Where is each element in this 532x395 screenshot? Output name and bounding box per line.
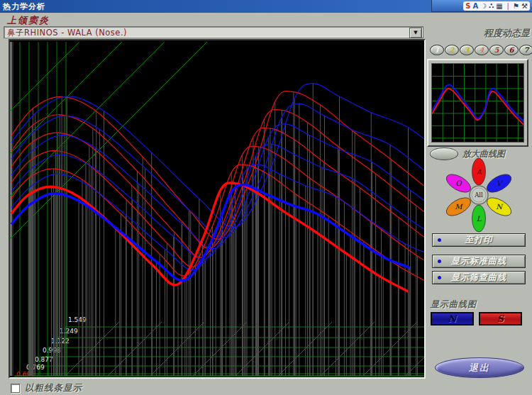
- level-button-row: 1234567: [430, 45, 532, 55]
- level-button-6[interactable]: 6: [504, 45, 519, 55]
- level-button-1[interactable]: 1: [430, 45, 444, 55]
- app-window: 热力学分析 SA☽∴▦❘⚑⚒ 上颌窦炎 鼻子RHINOS - WALA (Nos…: [0, 0, 532, 395]
- show-standard-curve-button[interactable]: 显示标准曲线: [432, 255, 526, 268]
- level-button-4[interactable]: 4: [475, 45, 489, 55]
- preview-chart[interactable]: [427, 59, 528, 147]
- ime-input-method-icon[interactable]: S: [465, 2, 470, 10]
- toggle-s-button[interactable]: S: [479, 312, 522, 326]
- flower-petal-label-M: M: [455, 203, 463, 211]
- curve-toggle-label: 显示曲线图: [431, 299, 477, 311]
- region-select-value: 鼻子RHINOS - WALA (Nose.): [7, 28, 127, 38]
- region-flower-selector[interactable]: AVNLMOAll: [428, 157, 529, 233]
- level-button-2[interactable]: 2: [445, 45, 459, 55]
- flower-petal-label-O: O: [455, 179, 462, 187]
- window-title: 热力学分析: [0, 1, 45, 12]
- show-screening-curve-button[interactable]: 显示筛查曲线: [432, 271, 526, 284]
- ime-toolbar[interactable]: SA☽∴▦❘⚑⚒: [431, 0, 532, 12]
- main-chart: 1.5491.2491.1220.9980.8770.7690.691: [9, 39, 426, 379]
- region-select[interactable]: 鼻子RHINOS - WALA (Nose.) ▼: [4, 26, 423, 38]
- ime-skin-icon[interactable]: ⚑: [513, 2, 519, 10]
- thick-line-checkbox-label: 以粗线条显示: [25, 382, 82, 394]
- bullet-icon: [438, 238, 441, 242]
- panel-watermark: 程度动态显: [484, 27, 530, 40]
- thick-line-checkbox-row: 以粗线条显示: [11, 382, 82, 394]
- level-button-5[interactable]: 5: [489, 45, 504, 55]
- ime-softkeyboard-icon[interactable]: ▦: [496, 2, 502, 10]
- thick-red-curve: [11, 183, 409, 291]
- preview-chart-area: [431, 63, 524, 143]
- flower-petal-label-L: L: [477, 215, 482, 223]
- level-button-7[interactable]: 7: [519, 45, 532, 55]
- y-axis-label: 0.998: [43, 347, 61, 354]
- diagnosis-label: 上颌窦炎: [7, 14, 50, 27]
- ime-punctuation-icon[interactable]: ∴: [489, 2, 494, 10]
- level-button-3[interactable]: 3: [460, 45, 474, 55]
- exit-button[interactable]: 退出: [435, 357, 524, 378]
- ime-icon-strip: SA☽∴▦❘⚑⚒: [463, 1, 530, 11]
- bullet-icon: [438, 260, 441, 263]
- chevron-down-icon[interactable]: ▼: [409, 28, 422, 38]
- toggle-n-button[interactable]: N: [431, 312, 474, 326]
- ime-halfwidth-icon[interactable]: ☽: [480, 2, 487, 10]
- y-axis-label: 0.877: [35, 356, 53, 363]
- ime-language-icon[interactable]: A: [473, 2, 479, 10]
- y-axis-label: 1.249: [60, 328, 78, 335]
- bullet-icon: [438, 276, 441, 279]
- ime-bar-icon[interactable]: ❘: [505, 2, 511, 10]
- main-chart-canvas: 1.5491.2491.1220.9980.8770.7690.691: [10, 40, 424, 377]
- print-button[interactable]: 至打印: [432, 233, 526, 247]
- flower-petal-label-A: A: [475, 168, 482, 176]
- ime-tools-icon[interactable]: ⚒: [521, 2, 528, 10]
- thick-line-checkbox[interactable]: [11, 384, 20, 393]
- flower-center-label: All: [474, 191, 483, 199]
- y-axis-label: 1.549: [68, 316, 87, 323]
